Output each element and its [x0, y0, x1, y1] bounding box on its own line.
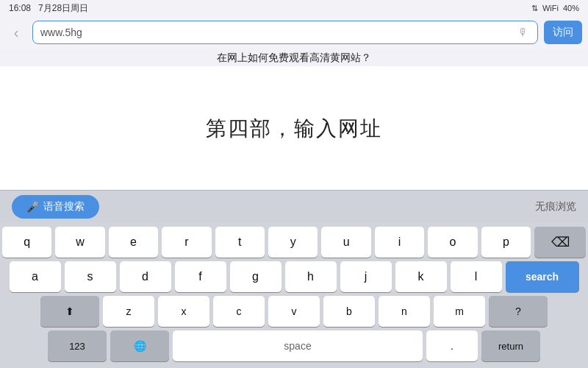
key-l[interactable]: l	[451, 261, 502, 292]
browser-bar: ‹ www.5hg 🎙 访问	[0, 16, 588, 49]
status-right: ⇅ WiFi 40%	[531, 4, 579, 13]
key-q[interactable]: q	[2, 227, 51, 258]
mic-icon[interactable]: 🎙	[517, 26, 530, 39]
status-date: 7月28日周日	[38, 3, 88, 13]
keyboard-row-1: q w e r t y u i o p ⌫	[2, 227, 586, 258]
key-h[interactable]: h	[285, 261, 337, 292]
voice-search-button[interactable]: 🎤 语音搜索	[12, 195, 99, 219]
num-key[interactable]: 123	[48, 330, 107, 361]
key-p[interactable]: p	[481, 227, 531, 258]
wifi-icon: WiFi	[542, 4, 559, 13]
incognito-label: 无痕浏览	[535, 200, 576, 213]
key-n[interactable]: n	[379, 296, 430, 327]
keyboard-row-3: ⬆ z x c v b n m ?	[2, 296, 586, 327]
status-bar: 16:08 7月28日周日 ⇅ WiFi 40%	[0, 0, 588, 16]
key-d[interactable]: d	[120, 261, 171, 292]
return-key[interactable]: return	[481, 330, 540, 361]
main-content-text: 第四部，输入网址	[206, 115, 382, 143]
back-icon: ‹	[14, 24, 19, 41]
key-r[interactable]: r	[162, 227, 211, 258]
keyboard-row-4: 123 🌐 space . return	[2, 330, 586, 361]
key-w[interactable]: w	[55, 227, 104, 258]
status-time: 16:08	[9, 3, 31, 13]
back-button[interactable]: ‹	[6, 22, 26, 43]
keyboard: q w e r t y u i o p ⌫ a s d f g h j k l …	[0, 222, 588, 368]
status-time-date: 16:08 7月28日周日	[9, 2, 88, 15]
key-s[interactable]: s	[65, 261, 116, 292]
voice-search-label: 语音搜索	[43, 200, 85, 213]
key-y[interactable]: y	[268, 227, 318, 258]
key-a[interactable]: a	[10, 261, 61, 292]
key-c[interactable]: c	[213, 296, 265, 327]
key-v[interactable]: v	[268, 296, 320, 327]
search-key[interactable]: search	[506, 261, 579, 292]
period-key[interactable]: .	[426, 330, 478, 361]
keyboard-toolbar: 🎤 语音搜索 无痕浏览	[0, 190, 588, 222]
key-t[interactable]: t	[215, 227, 265, 258]
key-f[interactable]: f	[175, 261, 226, 292]
key-x[interactable]: x	[158, 296, 209, 327]
space-key[interactable]: space	[173, 330, 423, 361]
key-z[interactable]: z	[103, 296, 154, 327]
keyboard-row-2: a s d f g h j k l search	[2, 261, 586, 292]
key-e[interactable]: e	[109, 227, 158, 258]
key-u[interactable]: u	[321, 227, 370, 258]
key-m[interactable]: m	[434, 296, 485, 327]
more-key[interactable]: ?	[489, 296, 548, 327]
delete-icon: ⌫	[551, 234, 570, 250]
key-g[interactable]: g	[230, 261, 282, 292]
browser-content: 第四部，输入网址	[0, 66, 588, 191]
voice-icon: 🎤	[26, 201, 39, 213]
emoji-key[interactable]: 🌐	[110, 330, 169, 361]
key-i[interactable]: i	[375, 227, 424, 258]
address-bar[interactable]: www.5hg 🎙	[32, 21, 538, 44]
key-k[interactable]: k	[395, 261, 447, 292]
battery-indicator: 40%	[563, 4, 579, 13]
address-text: www.5hg	[40, 26, 511, 38]
key-j[interactable]: j	[340, 261, 392, 292]
signal-icon: ⇅	[531, 4, 538, 13]
page-title: 在网上如何免费观看高清黄网站？	[0, 49, 588, 66]
delete-key[interactable]: ⌫	[534, 227, 586, 258]
key-b[interactable]: b	[323, 296, 375, 327]
keyboard-area: 🎤 语音搜索 无痕浏览 q w e r t y u i o p ⌫ a s d …	[0, 190, 588, 368]
visit-button[interactable]: 访问	[544, 21, 582, 44]
shift-key[interactable]: ⬆	[40, 296, 99, 327]
key-o[interactable]: o	[428, 227, 477, 258]
